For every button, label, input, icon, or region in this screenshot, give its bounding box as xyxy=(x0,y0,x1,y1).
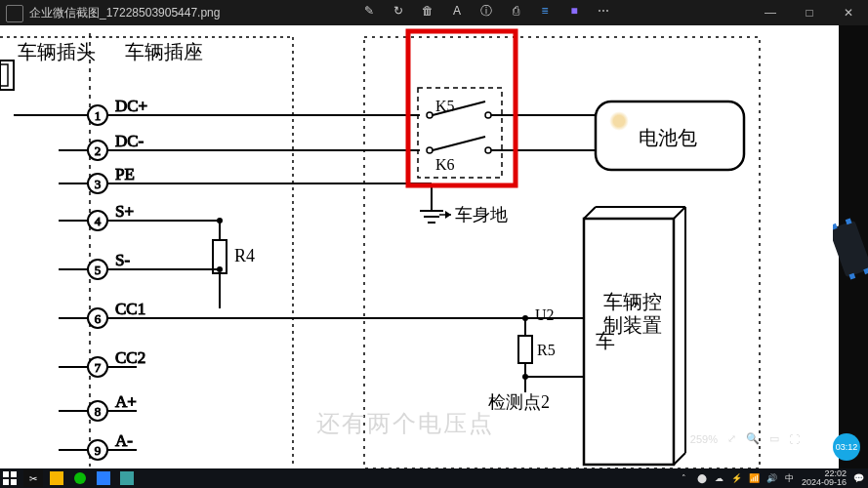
recording-timer-badge[interactable]: 03:12 xyxy=(833,433,860,461)
pin-label-1: DC+ xyxy=(115,97,147,115)
window-controls: — □ ✕ xyxy=(751,0,868,25)
svg-marker-31 xyxy=(445,211,451,219)
connector-thumbnail xyxy=(833,215,868,283)
svg-point-76 xyxy=(74,472,86,484)
svg-rect-64 xyxy=(833,221,868,278)
test-point-2-label: 检测点2 xyxy=(488,392,550,412)
rotate-icon[interactable]: ↻ xyxy=(391,3,406,19)
svg-line-51 xyxy=(584,207,596,219)
svg-rect-77 xyxy=(97,471,110,485)
tray-notification-icon[interactable]: 💬 xyxy=(852,472,864,484)
maximize-button[interactable]: □ xyxy=(790,0,829,25)
pin-label-3: PE xyxy=(115,165,135,183)
svg-text:8: 8 xyxy=(95,404,102,419)
svg-rect-71 xyxy=(3,479,9,485)
svg-point-44 xyxy=(427,147,433,153)
taskbar-app-wechat[interactable] xyxy=(70,469,90,487)
svg-line-55 xyxy=(674,453,685,465)
more-icon[interactable]: ⋯ xyxy=(596,3,611,19)
share-icon[interactable]: ≡ xyxy=(537,3,553,19)
pin-label-2: DC- xyxy=(115,132,145,150)
svg-rect-72 xyxy=(11,479,17,485)
app-icon xyxy=(6,5,23,22)
fit-icon[interactable]: ▭ xyxy=(769,432,779,445)
taskbar-app-3[interactable] xyxy=(94,469,113,487)
pin-label-5: S- xyxy=(115,251,130,269)
image-viewport[interactable]: 车辆插头 车辆插座 1DC+2DC-3PE4S+5S-6CC17CC28A+9A… xyxy=(0,25,839,468)
clock-date: 2024-09-16 xyxy=(802,478,847,487)
r5-label: R5 xyxy=(537,342,556,358)
svg-text:7: 7 xyxy=(95,360,102,375)
svg-text:9: 9 xyxy=(95,443,102,458)
zoom-percent-label: 259% xyxy=(690,433,718,445)
svg-rect-40 xyxy=(418,88,502,178)
edit-icon[interactable]: ✎ xyxy=(361,3,377,19)
close-button[interactable]: ✕ xyxy=(829,0,868,25)
svg-text:车辆控: 车辆控 xyxy=(603,291,662,312)
socket-header: 车辆插座 xyxy=(125,41,203,62)
start-button[interactable] xyxy=(0,469,20,487)
taskbar-app-1[interactable]: ✂ xyxy=(23,469,43,487)
tray-wifi-icon[interactable]: 📶 xyxy=(749,472,761,484)
zoom-out-icon[interactable]: ⤢ xyxy=(727,432,736,445)
svg-rect-61 xyxy=(518,336,532,363)
svg-text:3: 3 xyxy=(95,177,102,191)
svg-text:✂: ✂ xyxy=(29,473,37,484)
svg-rect-78 xyxy=(120,471,134,485)
svg-point-42 xyxy=(485,112,491,118)
svg-point-34 xyxy=(217,218,223,224)
svg-rect-2 xyxy=(0,64,8,86)
svg-text:2: 2 xyxy=(95,143,102,158)
pin-label-8: A+ xyxy=(115,392,137,411)
toolbar: ✎ ↻ 🗑 A ⓘ ⎙ ≡ ■ ⋯ xyxy=(361,3,611,19)
app-icon[interactable]: ■ xyxy=(566,3,582,19)
tray-ime-icon[interactable]: 中 xyxy=(784,472,796,484)
svg-rect-75 xyxy=(50,471,63,485)
tray-icon-1[interactable]: ⬤ xyxy=(696,472,708,484)
taskbar-app-2[interactable] xyxy=(47,469,66,487)
fullscreen-icon[interactable]: ⛶ xyxy=(789,433,800,445)
taskbar-clock[interactable]: 22:02 2024-09-16 xyxy=(802,469,847,487)
svg-point-35 xyxy=(217,266,223,272)
pin-label-9: A- xyxy=(115,431,133,450)
svg-text:制装置: 制装置 xyxy=(603,314,662,336)
taskbar-app-4[interactable] xyxy=(117,469,137,487)
svg-text:4: 4 xyxy=(95,214,102,228)
svg-text:5: 5 xyxy=(95,263,102,277)
relay-k6-label: K6 xyxy=(435,156,455,173)
svg-rect-69 xyxy=(3,471,9,477)
svg-point-45 xyxy=(485,147,491,153)
info-icon[interactable]: ⓘ xyxy=(478,3,494,19)
svg-text:1: 1 xyxy=(95,108,102,123)
svg-rect-70 xyxy=(11,471,17,477)
pin-label-6: CC1 xyxy=(115,300,145,318)
pin-label-4: S+ xyxy=(115,202,134,221)
battery-pack-label: 电池包 xyxy=(639,127,697,148)
plug-header: 车辆插头 xyxy=(18,41,96,62)
tray-icon-2[interactable]: ☁ xyxy=(714,472,725,484)
ocr-icon[interactable]: A xyxy=(449,3,465,19)
tray-up-icon[interactable]: ˄ xyxy=(679,472,690,484)
print-icon[interactable]: ⎙ xyxy=(508,3,523,19)
svg-line-46 xyxy=(433,137,485,150)
window-title-bar: 企业微信截图_17228503905447.png ✎ ↻ 🗑 A ⓘ ⎙ ≡ … xyxy=(0,0,868,25)
vehicle-control-box: 车 xyxy=(584,207,685,465)
windows-taskbar[interactable]: ✂ ˄ ⬤ ☁ ⚡ 📶 🔊 中 22:02 2024-09-16 💬 xyxy=(0,468,868,488)
tray-icon-3[interactable]: ⚡ xyxy=(731,472,743,484)
zoom-in-icon[interactable]: 🔍 xyxy=(746,432,760,445)
svg-text:6: 6 xyxy=(95,311,102,326)
circuit-diagram: 车辆插头 车辆插座 1DC+2DC-3PE4S+5S-6CC17CC28A+9A… xyxy=(0,25,839,468)
relay-k5-label: K5 xyxy=(435,98,455,114)
svg-line-52 xyxy=(674,207,685,219)
svg-point-41 xyxy=(427,112,433,118)
delete-icon[interactable]: 🗑 xyxy=(420,3,435,19)
tray-volume-icon[interactable]: 🔊 xyxy=(766,472,778,484)
body-ground-label: 车身地 xyxy=(455,205,508,224)
pin-label-7: CC2 xyxy=(115,348,145,367)
minimize-button[interactable]: — xyxy=(751,0,790,25)
r4-label: R4 xyxy=(234,246,255,265)
u2-label: U2 xyxy=(535,306,555,323)
zoom-controls: 259% ⤢ 🔍 ▭ ⛶ xyxy=(690,432,800,445)
filename-label: 企业微信截图_17228503905447.png xyxy=(29,5,220,21)
svg-point-60 xyxy=(522,315,528,321)
